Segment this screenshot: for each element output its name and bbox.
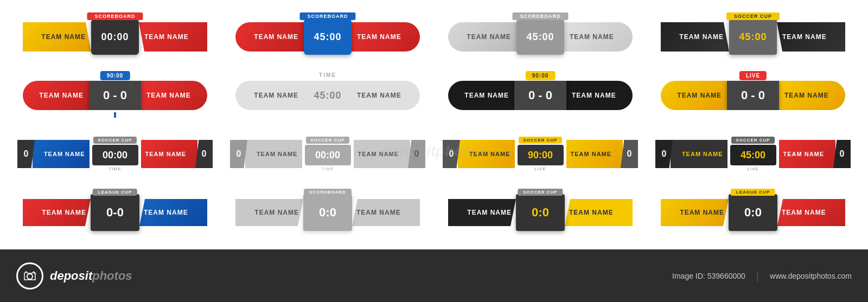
scoreboard-3: SCOREBOARD TEAM NAME 45:00 TEAM NAME [436, 10, 644, 64]
team1-left-9: TEAM NAME [33, 140, 90, 168]
score-center-4: 45:00 [729, 19, 777, 55]
time-badge-7: 90:00 [526, 71, 556, 80]
badge-16: LEAGUE CUP [731, 189, 775, 196]
badge-15: SOCCER CUP [518, 189, 563, 196]
team2-right-7: TEAM NAME [566, 81, 633, 110]
score-right-9: 0 [195, 140, 213, 168]
image-id-label: Image ID: [672, 272, 705, 280]
scoreboard-4: SOCCER CUP TEAM NAME 45:00 TEAM NAME [649, 10, 857, 64]
team1-left-4: TEAM NAME [661, 22, 729, 52]
sublabel-11: LIVE [534, 166, 546, 171]
team2-right-10: TEAM NAME [354, 140, 411, 168]
team1-left-11: TEAM NAME [458, 140, 515, 168]
score-center-3: 45:00 [516, 19, 564, 55]
team2-right-5: TEAM NAME [141, 81, 207, 110]
score-center-15: 0:0 [516, 194, 565, 231]
score-center-2: 45:00 [304, 19, 352, 55]
footer-logo: depositphotos [16, 262, 132, 290]
scoreboard-15: SOCCER CUP TEAM NAME 0:0 TEAM NAME [436, 185, 644, 240]
team2-right-12: TEAM NAME [779, 140, 836, 168]
time-box-10: 00:00 [305, 145, 351, 165]
footer-website: www.depositphotos.com [770, 272, 852, 280]
scoreboard-7: 90:00 TEAM NAME 0 - 0 TEAM NAME [436, 68, 644, 123]
team1-left-12: TEAM NAME [671, 140, 727, 168]
scoreboard-13: LEAGUE CUP TEAM NAME 0-0 TEAM NAME [11, 185, 219, 240]
team1-left-2: TEAM NAME [235, 22, 304, 52]
svg-point-0 [27, 274, 33, 279]
sublabel-10: TIME [321, 166, 334, 171]
team2-right-8: TEAM NAME [779, 81, 845, 110]
scoreboard-label-4: SOCCER CUP [726, 12, 780, 20]
badge-14: SCOREBOARD [304, 189, 352, 196]
time-box-11: 90:00 [518, 145, 564, 165]
team1-left-1: TEAM NAME [23, 22, 91, 52]
team2-right-9: TEAM NAME [141, 140, 198, 168]
team1-left-15: TEAM NAME [448, 199, 516, 226]
scoreboard-11: 0 TEAM NAME SOCCER CUP 90:00 LIVE TEAM N… [436, 127, 644, 181]
team2-right-2: TEAM NAME [352, 22, 420, 52]
time-label-6: TIME [319, 72, 336, 78]
scoreboard-16: LEAGUE CUP TEAM NAME 0:0 TEAM NAME [649, 185, 857, 240]
score-center-13: 0-0 [91, 194, 139, 231]
badge-12: SOCCER CUP [731, 137, 774, 144]
camera-icon [22, 268, 38, 284]
team2-right-3: TEAM NAME [564, 22, 633, 52]
team1-left-5: TEAM NAME [23, 81, 89, 110]
time-badge-5: 90:00 [100, 71, 130, 80]
image-id: 539660000 [707, 272, 745, 280]
badge-9: SOCCER CUP [93, 137, 136, 144]
svg-point-1 [34, 272, 36, 274]
team1-left-7: TEAM NAME [448, 81, 514, 110]
score-center-1: 00:00 [91, 19, 139, 55]
score-center-6: 45:00 [304, 81, 352, 110]
scoreboard-1: SCOREBOARD TEAM NAME 00:00 TEAM NAME [11, 10, 219, 64]
team1-left-13: TEAM NAME [23, 199, 91, 226]
team2-right-13: TEAM NAME [139, 199, 207, 226]
scoreboard-8: LIVE TEAM NAME 0 - 0 TEAM NAME [649, 68, 857, 123]
score-center-14: 0:0 [303, 194, 352, 231]
team2-right-14: TEAM NAME [352, 199, 420, 226]
logo-text: depositphotos [50, 269, 132, 283]
team1-left-6: TEAM NAME [235, 81, 304, 110]
scoreboard-label-3: SCOREBOARD [512, 12, 568, 20]
scoreboard-14: SCOREBOARD TEAM NAME 0:0 TEAM NAME [224, 185, 432, 240]
center-9: SOCCER CUP 00:00 TIME [90, 133, 141, 175]
score-right-11: 0 [621, 140, 638, 168]
team1-left-16: TEAM NAME [661, 199, 729, 226]
scoreboard-5: 90:00 TEAM NAME 0 - 0 TEAM NAME [11, 68, 219, 123]
time-box-12: 45:00 [730, 145, 776, 165]
sublabel-9: TIME [108, 166, 121, 171]
time-box-9: 00:00 [92, 145, 138, 165]
live-badge-8: LIVE [739, 71, 767, 80]
center-11: SOCCER CUP 90:00 LIVE [515, 133, 566, 175]
center-12: SOCCER CUP 45:00 LIVE [727, 133, 779, 175]
badge-11: SOCCER CUP [519, 137, 561, 144]
score-center-7: 0 - 0 [514, 81, 566, 110]
logo-circle [16, 262, 43, 290]
scoreboard-2: SCOREBOARD TEAM NAME 45:00 TEAM NAME [224, 10, 432, 64]
badge-13: LEAGUE CUP [93, 189, 137, 196]
team2-right-1: TEAM NAME [139, 22, 207, 52]
team1-left-10: TEAM NAME [245, 140, 302, 168]
sublabel-12: LIVE [747, 166, 758, 171]
scoreboard-label-1: SCOREBOARD [87, 12, 143, 20]
scoreboard-6: TIME TEAM NAME 45:00 TEAM NAME [224, 68, 432, 123]
team2-right-11: TEAM NAME [566, 140, 623, 168]
main-content: SCOREBOARD TEAM NAME 00:00 TEAM NAME SCO… [0, 0, 868, 249]
team2-right-6: TEAM NAME [352, 81, 420, 110]
footer-right: Image ID: 539660000 | www.depositphotos.… [672, 269, 852, 282]
score-center-8: 0 - 0 [727, 81, 779, 110]
center-10: SOCCER CUP 00:00 TIME [302, 133, 354, 175]
scoreboard-12: 0 TEAM NAME SOCCER CUP 45:00 LIVE TEAM N… [649, 127, 857, 181]
badge-10: SOCCER CUP [306, 137, 349, 144]
score-center-5: 0 - 0 [89, 81, 141, 110]
team2-right-16: TEAM NAME [777, 199, 845, 226]
team1-left-3: TEAM NAME [448, 22, 516, 52]
score-right-10: 0 [408, 140, 425, 168]
scoreboard-10: 0 TEAM NAME SOCCER CUP 00:00 TIME TEAM N… [224, 127, 432, 181]
team1-left-8: TEAM NAME [661, 81, 727, 110]
team2-right-15: TEAM NAME [565, 199, 633, 226]
team1-left-14: TEAM NAME [235, 199, 303, 226]
scoreboard-9: 0 TEAM NAME SOCCER CUP 00:00 TIME TEAM N… [11, 127, 219, 181]
footer-divider: | [756, 269, 759, 282]
